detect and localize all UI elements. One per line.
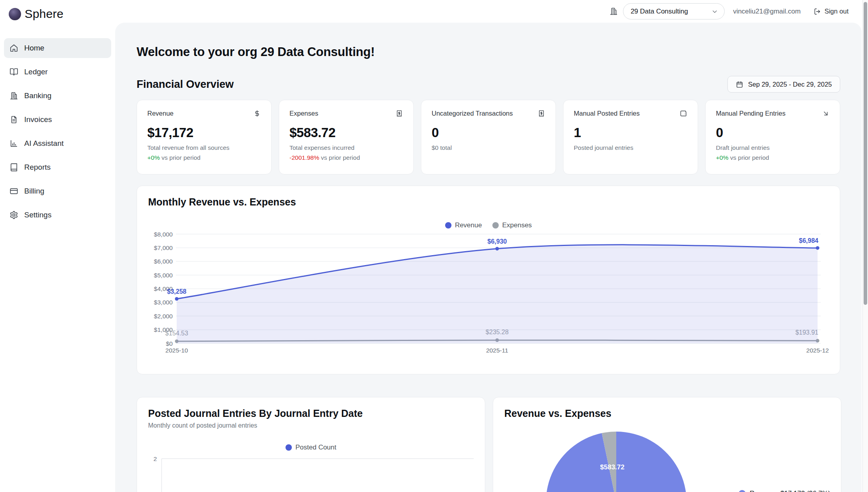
sidebar-item-billing[interactable]: Billing: [4, 181, 111, 201]
sidebar-item-ai-assistant[interactable]: AI Assistant: [4, 134, 111, 153]
app-logo[interactable]: Sphere: [0, 0, 115, 21]
sidebar-item-label: Billing: [24, 187, 44, 196]
arrow-down-right-icon: [822, 110, 829, 117]
sign-out-label: Sign out: [824, 8, 849, 15]
scrollbar-thumb[interactable]: [864, 2, 867, 305]
user-email: vinceliu21@gmail.com: [733, 8, 800, 15]
home-icon: [10, 44, 18, 52]
sidebar-item-label: Invoices: [24, 115, 52, 124]
svg-text:$6,930: $6,930: [488, 238, 507, 245]
pie-chart-legend: Revenue: $17,172 (96.7%): [739, 490, 830, 492]
chevron-down-icon: [711, 8, 718, 15]
stat-cards: Revenue$17,172Total revenue from all sou…: [137, 100, 840, 174]
stat-card-revenue: Revenue$17,172Total revenue from all sou…: [137, 100, 272, 174]
stat-card-uncategorized-transactions: Uncategorized Transactions0$0 total: [421, 100, 556, 174]
legend-dot-icon: [285, 444, 292, 451]
sidebar-item-home[interactable]: Home: [4, 38, 111, 58]
stat-card-value: 0: [432, 125, 545, 140]
line-chart-legend: RevenueExpenses: [148, 221, 829, 229]
org-selector-value: 29 Data Consulting: [631, 8, 688, 15]
svg-text:2025-12: 2025-12: [806, 347, 829, 354]
svg-text:$3,258: $3,258: [167, 288, 187, 295]
sidebar-item-banking[interactable]: Banking: [4, 86, 111, 106]
sidebar-item-label: Ledger: [24, 68, 48, 76]
gear-icon: [10, 211, 18, 219]
legend-item-posted-count: Posted Count: [285, 444, 336, 451]
monthly-line-chart: $8,000$7,000$6,000$5,000$4,000$3,000$2,0…: [148, 231, 829, 357]
sidebar-item-label: Reports: [24, 163, 51, 172]
financial-overview-header: Financial Overview Sep 29, 2025 - Dec 29…: [137, 76, 840, 93]
stat-card-title: Expenses: [289, 110, 318, 117]
svg-text:$2,000: $2,000: [154, 313, 173, 320]
calendar-icon: [736, 81, 743, 88]
revenue-expenses-pie-card: Revenue vs. Expenses $583.72 Revenue: $1…: [493, 397, 841, 492]
sidebar-item-label: Banking: [24, 91, 52, 100]
sidebar-item-reports[interactable]: Reports: [4, 157, 111, 177]
revenue-expenses-pie-chart: $583.72: [504, 430, 830, 492]
bar-chart-subtitle: Monthly count of posted journal entries: [148, 422, 474, 429]
stat-card-header: Uncategorized Transactions: [432, 110, 545, 117]
stat-card-header: Manual Posted Entries: [574, 110, 687, 117]
svg-text:2: 2: [153, 455, 157, 462]
posted-count-bar-chart: 2: [148, 455, 474, 492]
sign-out-button[interactable]: Sign out: [811, 7, 851, 15]
sidebar-item-label: Settings: [24, 211, 52, 219]
legend-item-revenue: Revenue: [445, 221, 482, 229]
stat-card-header: Expenses: [289, 110, 403, 117]
pie-legend-label: Revenue: $17,172 (96.7%): [750, 490, 830, 492]
log-out-icon: [814, 8, 821, 15]
sidebar-item-invoices[interactable]: Invoices: [4, 110, 111, 130]
stat-card-expenses: Expenses$583.72Total expenses incurred-2…: [279, 100, 414, 174]
file-text-icon: [10, 115, 18, 124]
stat-card-description: Draft journal entries: [716, 144, 829, 151]
svg-text:$3,000: $3,000: [154, 299, 173, 306]
svg-text:$7,000: $7,000: [154, 244, 173, 251]
stat-card-value: 0: [716, 125, 829, 140]
stat-card-description: Posted journal entries: [574, 144, 687, 151]
receipt-icon: [395, 110, 403, 117]
legend-dot-icon: [445, 222, 451, 229]
stat-card-manual-pending-entries: Manual Pending Entries0Draft journal ent…: [705, 100, 840, 174]
stat-card-value: $17,172: [147, 125, 261, 140]
top-bar: 29 Data Consulting vinceliu21@gmail.com …: [115, 0, 851, 23]
stat-card-title: Manual Posted Entries: [574, 110, 640, 117]
sphere-logo-icon: [9, 8, 21, 20]
book-open-icon: [10, 68, 18, 76]
legend-dot-icon: [492, 222, 499, 229]
svg-text:$8,000: $8,000: [154, 231, 173, 238]
svg-text:$6,984: $6,984: [799, 237, 818, 244]
sidebar-item-ledger[interactable]: Ledger: [4, 62, 111, 82]
building-icon: [610, 7, 618, 15]
posted-entries-card: Posted Journal Entries By Journal Entry …: [137, 397, 485, 492]
credit-card-icon: [10, 187, 18, 196]
section-title: Financial Overview: [137, 78, 234, 91]
svg-text:$5,000: $5,000: [154, 272, 173, 279]
sidebar-item-label: AI Assistant: [24, 139, 64, 148]
sidebar-item-settings[interactable]: Settings: [4, 205, 111, 225]
date-range-picker[interactable]: Sep 29, 2025 - Dec 29, 2025: [727, 76, 840, 93]
wallet-icon: [680, 110, 687, 117]
dollar-icon: [253, 110, 261, 117]
receipt-icon: [538, 110, 545, 117]
stat-card-delta: +0% vs prior period: [716, 154, 829, 161]
stat-card-title: Manual Pending Entries: [716, 110, 785, 117]
svg-text:$583.72: $583.72: [600, 463, 624, 471]
stat-card-header: Revenue: [147, 110, 261, 117]
bottom-charts: Posted Journal Entries By Journal Entry …: [137, 386, 840, 492]
svg-text:2025-10: 2025-10: [166, 347, 188, 354]
stat-card-value: $583.72: [289, 125, 403, 140]
stat-card-value: 1: [574, 125, 687, 140]
bar-chart-title: Posted Journal Entries By Journal Entry …: [148, 408, 474, 419]
app-name: Sphere: [25, 7, 64, 21]
line-chart-title: Monthly Revenue vs. Expenses: [148, 196, 829, 208]
org-selector-dropdown[interactable]: 29 Data Consulting: [623, 3, 725, 19]
book-icon: [10, 163, 18, 172]
stat-card-header: Manual Pending Entries: [716, 110, 829, 117]
legend-dot-icon: [739, 490, 746, 492]
stat-card-description: Total expenses incurred: [289, 144, 403, 151]
pie-chart-title: Revenue vs. Expenses: [504, 408, 830, 419]
svg-text:2025-11: 2025-11: [486, 347, 508, 354]
stat-card-manual-posted-entries: Manual Posted Entries1Posted journal ent…: [563, 100, 698, 174]
sidebar-nav: HomeLedgerBankingInvoicesAI AssistantRep…: [0, 38, 115, 225]
scrollbar-track[interactable]: [862, 0, 868, 492]
